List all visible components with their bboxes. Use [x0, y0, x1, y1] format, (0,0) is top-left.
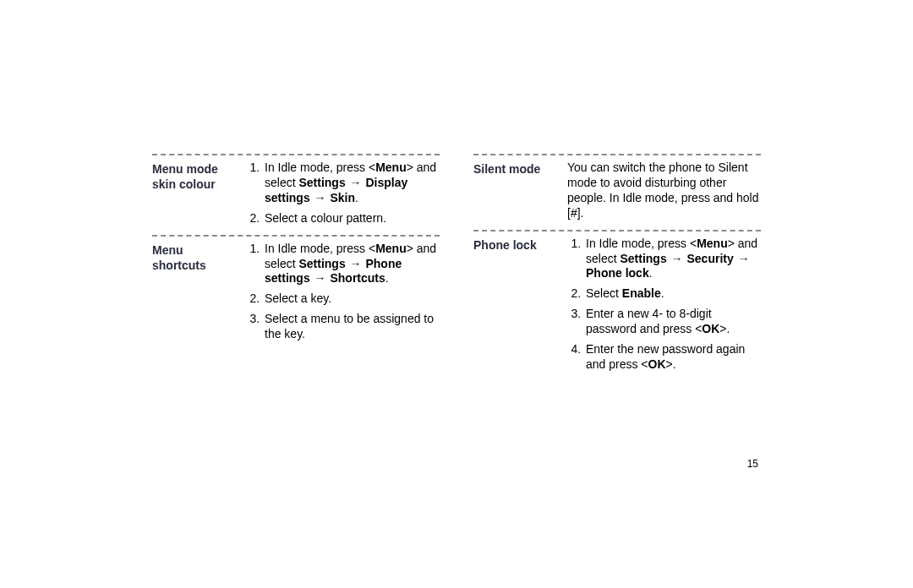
divider	[473, 230, 761, 232]
text: In Idle mode, press <	[265, 242, 375, 255]
text: Select a menu to be assigned to the key.	[265, 312, 434, 340]
text: Enter a new 4- to 8-digit password and p…	[586, 307, 712, 335]
text: .	[661, 286, 664, 300]
text	[310, 271, 314, 285]
section-body: You can switch the phone to Silent mode …	[567, 161, 761, 221]
section-body: In Idle mode, press <Menu> and select Se…	[246, 161, 440, 226]
step-item: Enter the new password again and press <…	[584, 342, 761, 373]
text: .	[649, 266, 653, 280]
bold: OK	[648, 357, 666, 371]
divider	[152, 235, 440, 237]
text	[667, 252, 670, 265]
step-item: In Idle mode, press <Menu> and select Se…	[263, 242, 440, 287]
hash-icon: #	[571, 206, 577, 220]
bold: Skin	[330, 191, 355, 204]
section-body: In Idle mode, press <Menu> and select Se…	[567, 237, 761, 373]
bold: Phone lock	[586, 266, 649, 280]
section-menu-shortcuts: Menu shortcuts In Idle mode, press <Menu…	[152, 242, 440, 342]
arrow-icon: →	[737, 252, 751, 265]
section-body: In Idle mode, press <Menu> and select Se…	[246, 242, 440, 342]
arrow-icon: →	[314, 271, 327, 285]
step-item: Enter a new 4- to 8-digit password and p…	[584, 307, 761, 337]
bold: Security	[686, 252, 733, 265]
step-item: Select a key.	[263, 291, 440, 307]
bold: Menu	[375, 242, 407, 255]
bold: Settings	[620, 252, 666, 265]
label-line: Menu	[152, 243, 183, 257]
text: >.	[719, 322, 730, 335]
bold: Shortcuts	[330, 271, 385, 285]
divider	[473, 154, 761, 156]
text: >.	[666, 357, 676, 371]
section-label: Silent mode	[473, 161, 567, 177]
step-item: In Idle mode, press <Menu> and select Se…	[263, 161, 440, 206]
text: You can switch the phone to Silent mode …	[567, 161, 759, 220]
label-line: skin colour	[152, 177, 216, 191]
step-list: In Idle mode, press <Menu> and select Se…	[246, 242, 440, 342]
left-column: Menu mode skin colour In Idle mode, pres…	[152, 150, 440, 373]
step-item: In Idle mode, press <Menu> and select Se…	[584, 237, 761, 282]
arrow-icon: →	[314, 191, 327, 204]
section-silent-mode: Silent mode You can switch the phone to …	[473, 161, 761, 221]
text: .	[355, 191, 358, 204]
text: Select	[586, 286, 622, 300]
label-line: Silent mode	[473, 162, 540, 176]
arrow-icon: →	[349, 176, 363, 189]
step-list: In Idle mode, press <Menu> and select Se…	[246, 161, 440, 226]
text	[346, 257, 349, 270]
bold: Enable	[622, 286, 661, 300]
divider	[152, 154, 440, 156]
bold: Settings	[298, 257, 345, 270]
section-menu-mode-skin-colour: Menu mode skin colour In Idle mode, pres…	[152, 161, 440, 226]
step-item: Select Enable.	[584, 286, 761, 302]
step-item: Select a colour pattern.	[263, 211, 440, 226]
text: Select a key.	[265, 291, 331, 305]
step-item: Select a menu to be assigned to the key.	[263, 312, 440, 342]
label-line: Menu mode	[152, 162, 218, 176]
section-label: Menu mode skin colour	[152, 161, 246, 193]
text: In Idle mode, press <	[586, 237, 697, 250]
text: Select a colour pattern.	[265, 211, 386, 225]
text	[310, 191, 314, 204]
step-list: In Idle mode, press <Menu> and select Se…	[567, 237, 761, 373]
bold: Menu	[375, 161, 407, 174]
arrow-icon: →	[349, 257, 363, 270]
text	[346, 176, 349, 189]
section-phone-lock: Phone lock In Idle mode, press <Menu> an…	[473, 237, 761, 373]
page-content: Menu mode skin colour In Idle mode, pres…	[152, 150, 761, 373]
page-number: 15	[0, 458, 758, 470]
bold: OK	[702, 322, 719, 335]
section-label: Menu shortcuts	[152, 242, 246, 274]
label-line: shortcuts	[152, 259, 206, 272]
text: In Idle mode, press <	[265, 161, 375, 174]
paragraph: You can switch the phone to Silent mode …	[567, 161, 761, 221]
section-label: Phone lock	[473, 237, 567, 253]
label-line: Phone lock	[473, 238, 537, 252]
bold: Menu	[697, 237, 728, 250]
text: ].	[577, 206, 584, 220]
bold: Settings	[298, 176, 345, 189]
text: .	[385, 271, 389, 285]
right-column: Silent mode You can switch the phone to …	[473, 150, 761, 373]
arrow-icon: →	[670, 252, 684, 265]
